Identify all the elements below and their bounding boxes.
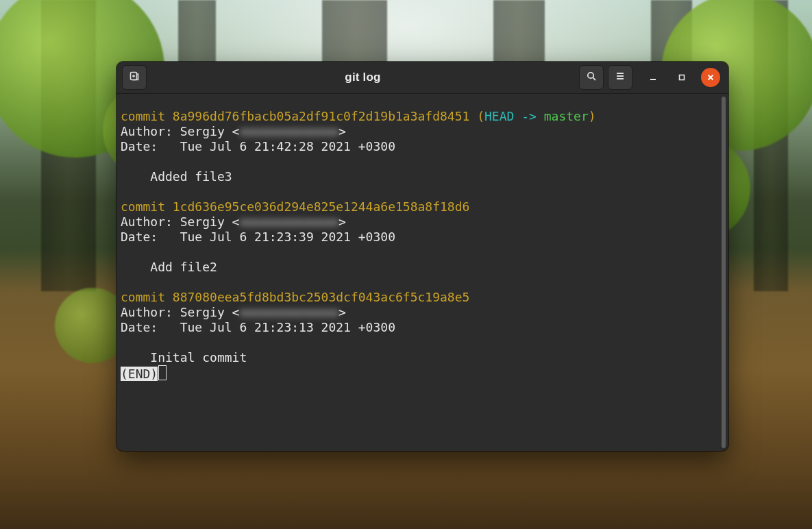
- svg-point-1: [588, 73, 593, 78]
- titlebar[interactable]: git log: [116, 62, 728, 94]
- hamburger-icon: [615, 71, 626, 84]
- svg-rect-7: [680, 75, 685, 80]
- terminal-body: commit 8a996dd76fbacb05a2df91c0f2d19b1a3…: [116, 94, 728, 451]
- search-icon: [586, 71, 597, 84]
- svg-line-2: [593, 77, 595, 80]
- search-button[interactable]: [579, 65, 604, 90]
- terminal-output[interactable]: commit 8a996dd76fbacb05a2df91c0f2d19b1a3…: [116, 94, 720, 451]
- minimize-button[interactable]: [643, 68, 663, 87]
- new-tab-button[interactable]: [122, 65, 147, 90]
- maximize-icon: [678, 73, 686, 82]
- window-title: git log: [151, 71, 575, 84]
- hamburger-menu-button[interactable]: [608, 65, 632, 90]
- close-icon: [706, 73, 715, 82]
- maximize-button[interactable]: [672, 68, 691, 87]
- window-controls: [643, 68, 720, 87]
- scrollbar-thumb[interactable]: [722, 97, 726, 448]
- new-tab-icon: [129, 71, 140, 84]
- terminal-scrollbar[interactable]: [720, 94, 728, 451]
- desktop-wallpaper: git log: [0, 0, 812, 529]
- close-button[interactable]: [701, 68, 720, 87]
- minimize-icon: [649, 73, 657, 82]
- terminal-window: git log: [116, 62, 728, 451]
- header-right: [579, 65, 723, 90]
